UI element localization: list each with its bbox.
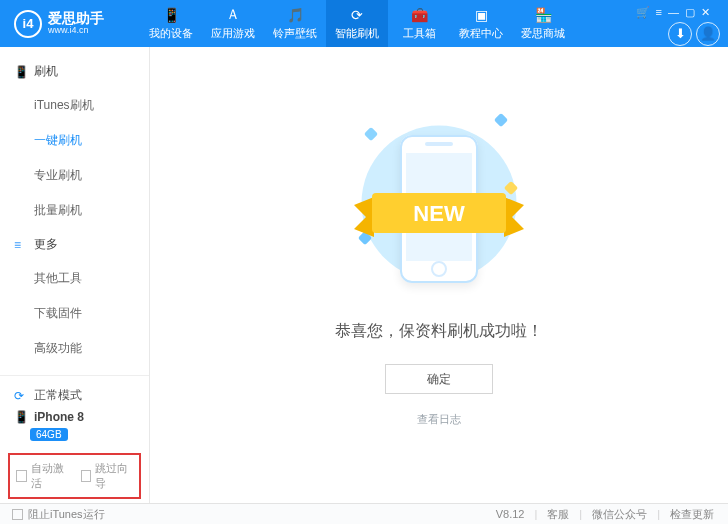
sidebar-item-1-0[interactable]: 其他工具 bbox=[0, 261, 149, 296]
sidebar-item-0-1[interactable]: 一键刷机 bbox=[0, 123, 149, 158]
nav-icon: 📱 bbox=[163, 7, 180, 24]
download-button[interactable]: ⬇ bbox=[668, 22, 692, 46]
window-controls: 🛒 ≡ — ▢ ✕ bbox=[636, 6, 720, 19]
activation-options: 自动激活 跳过向导 bbox=[8, 453, 141, 499]
block-itunes-checkbox[interactable]: 阻止iTunes运行 bbox=[0, 507, 105, 522]
wechat-link[interactable]: 微信公众号 bbox=[592, 507, 647, 522]
menu-icon[interactable]: ≡ bbox=[656, 6, 662, 18]
device-panel: ⟳ 正常模式 📱 iPhone 8 64GB bbox=[0, 375, 149, 449]
skip-guide-checkbox[interactable]: 跳过向导 bbox=[81, 461, 134, 491]
nav-item-0[interactable]: 📱我的设备 bbox=[140, 0, 202, 47]
main-panel: NEW 恭喜您，保资料刷机成功啦！ 确定 查看日志 bbox=[150, 47, 728, 503]
nav-item-5[interactable]: ▣教程中心 bbox=[450, 0, 512, 47]
mode-icon: ⟳ bbox=[14, 389, 28, 403]
update-link[interactable]: 检查更新 bbox=[670, 507, 714, 522]
status-bar: 阻止iTunes运行 V8.12 | 客服 | 微信公众号 | 检查更新 bbox=[0, 503, 728, 524]
auto-activate-checkbox[interactable]: 自动激活 bbox=[16, 461, 69, 491]
checkbox-box-icon bbox=[12, 509, 23, 520]
logo-area: i4 爱思助手 www.i4.cn bbox=[0, 10, 140, 38]
ok-button[interactable]: 确定 bbox=[385, 364, 493, 394]
nav-item-3[interactable]: ⟳智能刷机 bbox=[326, 0, 388, 47]
nav-label: 教程中心 bbox=[459, 26, 503, 41]
nav-icon: ⟳ bbox=[351, 7, 363, 24]
app-url: www.i4.cn bbox=[48, 26, 104, 35]
checkbox-box-icon bbox=[81, 470, 92, 482]
block-itunes-label: 阻止iTunes运行 bbox=[28, 507, 105, 522]
svg-text:NEW: NEW bbox=[413, 201, 465, 226]
device-model[interactable]: 📱 iPhone 8 bbox=[10, 407, 139, 427]
nav-label: 工具箱 bbox=[403, 26, 436, 41]
checkbox-box-icon bbox=[16, 470, 27, 482]
sidebar-item-1-2[interactable]: 高级功能 bbox=[0, 331, 149, 366]
nav-icon: Ａ bbox=[226, 7, 240, 24]
close-icon[interactable]: ✕ bbox=[701, 6, 710, 19]
app-name: 爱思助手 bbox=[48, 11, 104, 26]
nav-item-6[interactable]: 🏪爱思商城 bbox=[512, 0, 574, 47]
device-mode[interactable]: ⟳ 正常模式 bbox=[10, 384, 139, 407]
success-message: 恭喜您，保资料刷机成功啦！ bbox=[335, 321, 543, 342]
device-mode-label: 正常模式 bbox=[34, 387, 82, 404]
nav-icon: ▣ bbox=[475, 7, 488, 24]
cart-icon[interactable]: 🛒 bbox=[636, 6, 650, 19]
sidebar-item-1-1[interactable]: 下载固件 bbox=[0, 296, 149, 331]
sidebar-item-0-3[interactable]: 批量刷机 bbox=[0, 193, 149, 228]
skip-guide-label: 跳过向导 bbox=[95, 461, 133, 491]
sidebar-group-1[interactable]: ≡更多 bbox=[0, 228, 149, 261]
svg-marker-1 bbox=[504, 197, 524, 237]
device-model-label: iPhone 8 bbox=[34, 410, 84, 424]
nav-label: 我的设备 bbox=[149, 26, 193, 41]
nav-icon: 🏪 bbox=[535, 7, 552, 24]
version-label: V8.12 bbox=[496, 508, 525, 520]
sidebar-group-0[interactable]: 📱刷机 bbox=[0, 55, 149, 88]
nav-label: 应用游戏 bbox=[211, 26, 255, 41]
sidebar: 📱刷机iTunes刷机一键刷机专业刷机批量刷机≡更多其他工具下载固件高级功能 ⟳… bbox=[0, 47, 150, 503]
view-log-link[interactable]: 查看日志 bbox=[417, 412, 461, 427]
logo-icon: i4 bbox=[14, 10, 42, 38]
storage-badge: 64GB bbox=[30, 428, 68, 441]
sidebar-item-0-0[interactable]: iTunes刷机 bbox=[0, 88, 149, 123]
minimize-icon[interactable]: — bbox=[668, 6, 679, 18]
ok-button-label: 确定 bbox=[427, 371, 451, 388]
nav-label: 爱思商城 bbox=[521, 26, 565, 41]
success-illustration: NEW bbox=[354, 93, 524, 293]
group-title: 更多 bbox=[34, 236, 58, 253]
group-icon: 📱 bbox=[14, 65, 28, 79]
nav-item-2[interactable]: 🎵铃声壁纸 bbox=[264, 0, 326, 47]
logo-text: 爱思助手 www.i4.cn bbox=[48, 11, 104, 35]
nav-label: 铃声壁纸 bbox=[273, 26, 317, 41]
nav-icon: 🎵 bbox=[287, 7, 304, 24]
nav-icon: 🧰 bbox=[411, 7, 428, 24]
svg-marker-0 bbox=[354, 197, 374, 237]
nav-item-4[interactable]: 🧰工具箱 bbox=[388, 0, 450, 47]
sidebar-item-0-2[interactable]: 专业刷机 bbox=[0, 158, 149, 193]
nav-label: 智能刷机 bbox=[335, 26, 379, 41]
app-header: i4 爱思助手 www.i4.cn 📱我的设备Ａ应用游戏🎵铃声壁纸⟳智能刷机🧰工… bbox=[0, 0, 728, 47]
top-nav: 📱我的设备Ａ应用游戏🎵铃声壁纸⟳智能刷机🧰工具箱▣教程中心🏪爱思商城 bbox=[140, 0, 636, 47]
group-icon: ≡ bbox=[14, 238, 28, 252]
auto-activate-label: 自动激活 bbox=[31, 461, 69, 491]
group-title: 刷机 bbox=[34, 63, 58, 80]
new-ribbon-icon: NEW bbox=[354, 185, 524, 249]
user-button[interactable]: 👤 bbox=[696, 22, 720, 46]
phone-icon: 📱 bbox=[14, 410, 28, 424]
maximize-icon[interactable]: ▢ bbox=[685, 6, 695, 19]
service-link[interactable]: 客服 bbox=[547, 507, 569, 522]
nav-item-1[interactable]: Ａ应用游戏 bbox=[202, 0, 264, 47]
